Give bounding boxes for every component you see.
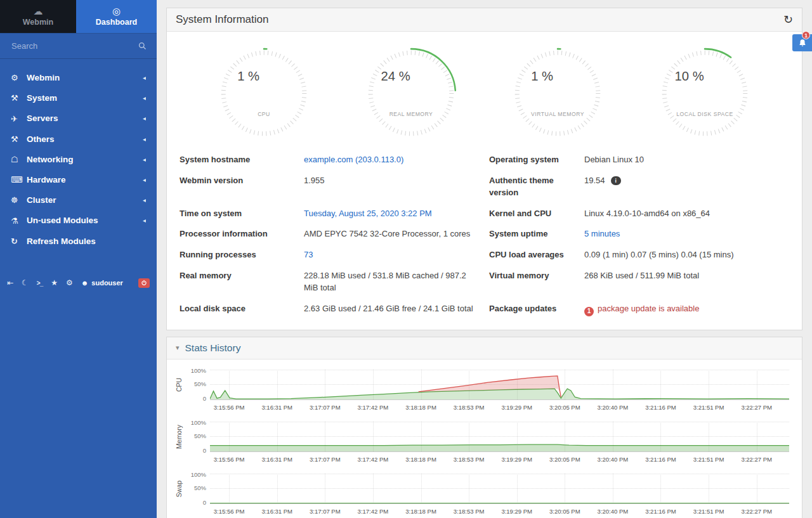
time-tick-label: 3:17:42 PM	[358, 508, 389, 515]
time-tick-label: 3:21:51 PM	[693, 508, 724, 515]
dashboard-icon: ◎	[112, 6, 121, 16]
collapse-sidebar-icon[interactable]: ⇤	[7, 278, 13, 287]
cpu-chart: CPU 100% 50% 0 3:15:56 PM3:16:31 PM3:17:…	[172, 370, 789, 414]
search-input[interactable]	[10, 41, 133, 51]
refresh-page-icon[interactable]: ↻	[783, 14, 793, 25]
gauge-virtual-memory: 1 % VIRTUAL MEMORY	[506, 42, 609, 145]
time-tick-label: 3:20:05 PM	[549, 456, 580, 463]
sidebar-bottom-bar: ⇤ ☾ >_ ★ ⚙ ☻ sudouser	[0, 278, 157, 288]
terminal-icon[interactable]: >_	[37, 280, 43, 287]
time-tick-label: 3:20:05 PM	[549, 508, 580, 515]
favorites-icon[interactable]: ★	[51, 278, 58, 287]
time-tick-label: 3:20:40 PM	[598, 404, 629, 411]
time-tick-label: 3:21:51 PM	[693, 404, 724, 411]
stats-charts: CPU 100% 50% 0 3:15:56 PM3:16:31 PM3:17:…	[167, 359, 802, 518]
wrench-icon: ⚒	[11, 93, 27, 103]
hostname-link[interactable]: example.com (203.0.113.0)	[304, 155, 403, 164]
theme-info-badge[interactable]: i	[611, 176, 621, 185]
info-value: 19.54i	[584, 171, 789, 191]
sidebar-item-unused-modules[interactable]: ⚗ Un-used Modules ◂	[0, 210, 157, 231]
bell-icon	[798, 39, 807, 48]
time-tick-label: 3:17:07 PM	[310, 404, 341, 411]
y-axis: 100% 50% 0	[186, 370, 210, 414]
info-value: 268 KiB used / 511.99 MiB total	[584, 266, 789, 287]
gear-icon: ⚙	[11, 73, 27, 83]
time-tick-label: 3:17:42 PM	[358, 456, 389, 463]
sidebar-item-servers[interactable]: ✈ Servers ◂	[0, 108, 157, 129]
running-processes-link[interactable]: 73	[304, 250, 313, 259]
uptime-link[interactable]: 5 minutes	[584, 229, 620, 238]
settings-icon[interactable]: ⚙	[66, 278, 73, 287]
svg-text:1 %: 1 %	[237, 69, 259, 83]
collapse-caret-icon: ▾	[176, 344, 180, 352]
time-on-system-link[interactable]: Tuesday, August 25, 2020 3:22 PM	[304, 209, 432, 218]
notifications-button[interactable]: 1	[792, 34, 812, 51]
swap-axis-label: Swap	[175, 480, 183, 496]
svg-text:10 %: 10 %	[675, 69, 704, 83]
sidebar-item-refresh-modules[interactable]: ↻ Refresh Modules	[0, 231, 157, 252]
sidebar-menu: ⚙ Webmin ◂ ⚒ System ◂ ✈ Servers ◂ ⚒ Othe…	[0, 68, 157, 252]
tab-dashboard[interactable]: ◎ Dashboard	[76, 0, 157, 33]
power-icon	[141, 280, 147, 286]
system-information-panel: System Information ↻ 1 % CPU 24 % REAL M…	[166, 8, 802, 330]
info-label: Operating system	[489, 150, 584, 171]
chevron-left-icon: ◂	[143, 156, 146, 164]
x-axis: 3:15:56 PM3:16:31 PM3:17:07 PM3:17:42 PM…	[210, 452, 789, 466]
package-count-badge: 1	[584, 307, 594, 316]
info-label: Package updates	[489, 299, 584, 320]
gauge-real-memory: 24 % REAL MEMORY	[360, 42, 462, 145]
cpu-usage-area	[210, 389, 789, 399]
sidebar-item-others[interactable]: ⚒ Others ◂	[0, 129, 157, 150]
user-menu[interactable]: ☻ sudouser	[81, 279, 123, 287]
chevron-left-icon: ◂	[143, 176, 146, 184]
sidebar-item-networking[interactable]: ☖ Networking ◂	[0, 150, 157, 170]
stats-history-title: Stats History	[185, 342, 241, 354]
cpu-axis-label: CPU	[175, 377, 183, 391]
refresh-icon: ↻	[11, 236, 27, 247]
tab-dashboard-label: Dashboard	[96, 18, 137, 27]
info-value: 0.09 (1 min) 0.07 (5 mins) 0.04 (15 mins…	[584, 245, 789, 266]
sidebar-item-hardware[interactable]: ⌨ Hardware ◂	[0, 170, 157, 190]
sidebar-item-label: Webmin	[27, 73, 60, 83]
stats-history-panel: ▾ Stats History CPU 100% 50% 0 3:15:56 P…	[166, 337, 802, 518]
time-tick-label: 3:22:27 PM	[741, 404, 772, 411]
info-label: Running processes	[180, 245, 304, 266]
time-tick-label: 3:15:56 PM	[214, 508, 245, 515]
time-tick-label: 3:16:31 PM	[261, 508, 292, 515]
time-tick-label: 3:19:29 PM	[501, 404, 532, 411]
tab-webmin-label: Webmin	[23, 18, 53, 27]
gauge-local-disk-space: 10 % LOCAL DISK SPACE	[653, 42, 756, 145]
sidebar-item-label: System	[27, 93, 57, 103]
x-axis: 3:15:56 PM3:16:31 PM3:17:07 PM3:17:42 PM…	[210, 504, 789, 518]
sidebar-item-system[interactable]: ⚒ System ◂	[0, 88, 157, 108]
search-icon[interactable]	[138, 42, 147, 50]
info-value: 2.63 GiB used / 21.46 GiB free / 24.1 Gi…	[304, 299, 489, 320]
sidebar-item-webmin[interactable]: ⚙ Webmin ◂	[0, 68, 157, 88]
package-update-link[interactable]: package update is available	[598, 304, 699, 313]
info-value: Debian Linux 10	[584, 150, 789, 171]
time-tick-label: 3:18:53 PM	[454, 508, 485, 515]
time-tick-label: 3:17:42 PM	[358, 404, 389, 411]
info-value: 228.18 MiB used / 531.8 MiB cached / 987…	[304, 266, 489, 299]
logout-button[interactable]	[138, 278, 150, 288]
sidebar-item-cluster[interactable]: ☸ Cluster ◂	[0, 190, 157, 210]
username: sudouser	[91, 279, 123, 287]
time-tick-label: 3:19:29 PM	[501, 508, 532, 515]
info-label: System hostname	[180, 150, 304, 171]
y-tick-label: 100%	[191, 367, 206, 374]
info-label: Virtual memory	[489, 266, 584, 287]
stats-history-header[interactable]: ▾ Stats History	[167, 337, 802, 359]
info-value: AMD EPYC 7542 32-Core Processor, 1 cores	[304, 224, 489, 245]
sidebar-item-label: Refresh Modules	[27, 236, 96, 247]
info-label: Real memory	[180, 266, 304, 287]
night-mode-icon[interactable]: ☾	[22, 278, 29, 287]
sidebar-item-label: Un-used Modules	[27, 216, 98, 226]
svg-text:1 %: 1 %	[532, 69, 554, 83]
sidebar-tabs: ☁ Webmin ◎ Dashboard	[0, 0, 157, 33]
cluster-icon: ☸	[11, 195, 27, 205]
y-tick-label: 50%	[194, 432, 206, 439]
sidebar-item-label: Servers	[27, 113, 58, 124]
time-tick-label: 3:20:40 PM	[598, 456, 629, 463]
sidebar: ☁ Webmin ◎ Dashboard ⚙ Webmin ◂ ⚒ System…	[0, 0, 157, 518]
tab-webmin[interactable]: ☁ Webmin	[0, 0, 76, 33]
